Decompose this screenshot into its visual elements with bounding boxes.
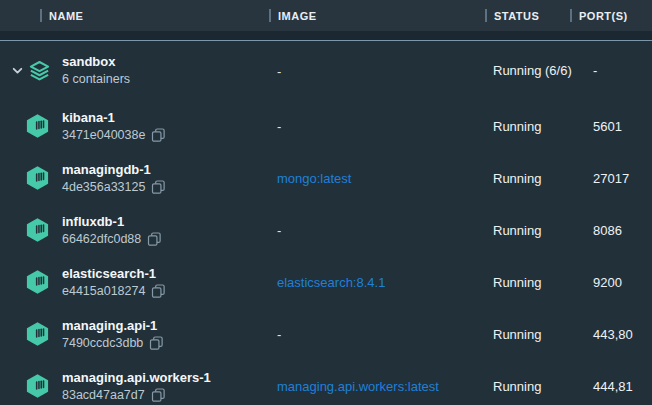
row-lead-cell	[0, 100, 62, 152]
copy-icon[interactable]	[151, 179, 166, 195]
table-row[interactable]: influxdb-1 66462dfc0d88 - Running 8086	[0, 204, 652, 256]
image-link[interactable]: mongo:latest	[277, 171, 351, 186]
row-lead-cell	[0, 360, 62, 405]
column-divider[interactable]	[485, 9, 487, 22]
image-link[interactable]: managing.api.workers:latest	[277, 379, 439, 394]
status-text: Running (6/6)	[493, 63, 593, 78]
table-header: NAME IMAGE STATUS PORT(S)	[0, 0, 652, 31]
copy-icon[interactable]	[151, 387, 166, 403]
ports-text: 8086	[593, 223, 652, 238]
name-cell: elasticsearch-1 e4415a018274	[62, 265, 277, 300]
container-id: 7490ccdc3dbb	[62, 335, 143, 352]
container-name: managingdb-1	[62, 161, 277, 178]
table-row[interactable]: managingdb-1 4de356a33125 mongo:latest R…	[0, 152, 652, 204]
container-icon	[24, 113, 51, 140]
container-id: 4de356a33125	[62, 179, 145, 196]
image-link: -	[277, 327, 281, 342]
name-cell: influxdb-1 66462dfc0d88	[62, 213, 277, 248]
ports-text: 27017	[593, 171, 652, 186]
name-cell: managingdb-1 4de356a33125	[62, 161, 277, 196]
row-lead-cell	[0, 152, 62, 204]
column-divider[interactable]	[40, 9, 42, 22]
table-body: sandbox 6 containers - Running (6/6) -	[0, 41, 652, 405]
table-row[interactable]: managing.api.workers-1 83acd47aa7d7 mana…	[0, 360, 652, 405]
container-id: 3471e040038e	[62, 127, 145, 144]
image-cell: elasticsearch:8.4.1	[277, 273, 493, 291]
image-cell: -	[277, 62, 493, 80]
container-id: 66462dfc0d88	[62, 231, 141, 248]
ports-text: 444,81	[593, 379, 652, 394]
ports-text: 9200	[593, 275, 652, 290]
table-row[interactable]: elasticsearch-1 e4415a018274 elasticsear…	[0, 256, 652, 308]
container-id: 83acd47aa7d7	[62, 387, 145, 404]
container-id: e4415a018274	[62, 283, 145, 300]
container-icon	[24, 217, 51, 244]
container-id: 6 containers	[62, 71, 130, 88]
table-row[interactable]: managing.api-1 7490ccdc3dbb - Running 44…	[0, 308, 652, 360]
stack-icon	[28, 58, 51, 83]
container-name: kibana-1	[62, 109, 277, 126]
image-cell: mongo:latest	[277, 169, 493, 187]
status-text: Running	[493, 223, 593, 238]
copy-icon[interactable]	[151, 283, 166, 299]
container-name: influxdb-1	[62, 213, 277, 230]
status-text: Running	[493, 327, 593, 342]
name-cell: sandbox 6 containers	[62, 53, 277, 88]
container-icon	[24, 165, 51, 192]
image-cell: managing.api.workers:latest	[277, 377, 493, 395]
container-icon	[24, 269, 51, 296]
image-link: -	[277, 119, 281, 134]
container-name: elasticsearch-1	[62, 265, 277, 282]
image-link[interactable]: elasticsearch:8.4.1	[277, 275, 385, 290]
image-cell: -	[277, 325, 493, 343]
header-divider	[0, 31, 652, 41]
container-name: managing.api-1	[62, 317, 277, 334]
name-cell: kibana-1 3471e040038e	[62, 109, 277, 144]
status-text: Running	[493, 379, 593, 394]
column-header-status[interactable]: STATUS	[485, 0, 539, 31]
container-name: managing.api.workers-1	[62, 369, 277, 386]
row-lead-cell	[0, 41, 62, 100]
name-cell: managing.api-1 7490ccdc3dbb	[62, 317, 277, 352]
image-cell: -	[277, 221, 493, 239]
column-header-ports[interactable]: PORT(S)	[570, 0, 628, 31]
ports-text: 5601	[593, 119, 652, 134]
copy-icon[interactable]	[151, 127, 166, 143]
table-row[interactable]: kibana-1 3471e040038e - Running 5601	[0, 100, 652, 152]
row-lead-cell	[0, 204, 62, 256]
container-icon	[24, 373, 51, 400]
ports-text: 443,80	[593, 327, 652, 342]
column-header-image[interactable]: IMAGE	[269, 0, 317, 31]
container-icon	[24, 321, 51, 348]
copy-icon[interactable]	[147, 231, 162, 247]
ports-text: -	[593, 63, 652, 78]
status-text: Running	[493, 119, 593, 134]
image-cell: -	[277, 117, 493, 135]
table-row[interactable]: sandbox 6 containers - Running (6/6) -	[0, 41, 652, 100]
image-link: -	[277, 223, 281, 238]
name-cell: managing.api.workers-1 83acd47aa7d7	[62, 369, 277, 404]
container-name: sandbox	[62, 53, 277, 70]
row-lead-cell	[0, 256, 62, 308]
column-divider[interactable]	[570, 9, 572, 22]
column-header-name[interactable]: NAME	[40, 0, 83, 31]
chevron-down-icon[interactable]	[11, 64, 24, 77]
image-link: -	[277, 64, 281, 79]
copy-icon[interactable]	[149, 335, 164, 351]
status-text: Running	[493, 171, 593, 186]
column-divider[interactable]	[269, 9, 271, 22]
containers-table: NAME IMAGE STATUS PORT(S)	[0, 0, 652, 405]
status-text: Running	[493, 275, 593, 290]
row-lead-cell	[0, 308, 62, 360]
